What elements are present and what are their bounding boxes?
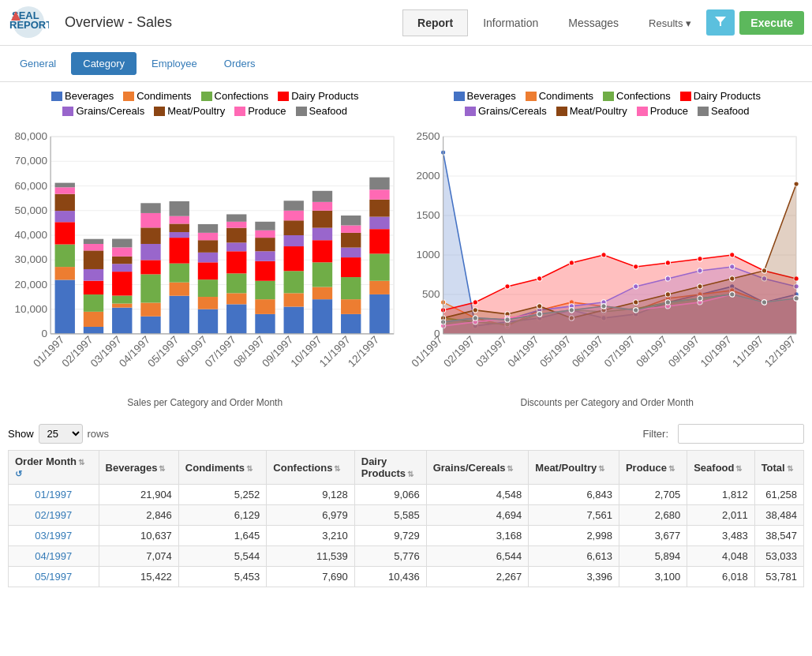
- svg-text:06/1997: 06/1997: [569, 334, 604, 369]
- filter-icon: [714, 15, 727, 28]
- svg-point-214: [665, 292, 670, 297]
- svg-rect-61: [170, 283, 189, 296]
- svg-rect-103: [284, 201, 304, 210]
- svg-rect-65: [170, 223, 189, 232]
- col-confections[interactable]: Confections⇅: [267, 451, 354, 485]
- col-condiments[interactable]: Condiments⇅: [178, 451, 266, 485]
- svg-point-218: [793, 182, 798, 186]
- col-beverages[interactable]: Beverages⇅: [99, 451, 178, 485]
- tab-messages[interactable]: Messages: [553, 9, 634, 36]
- svg-rect-91: [255, 251, 275, 261]
- svg-text:1000: 1000: [416, 249, 440, 261]
- subtab-general[interactable]: General: [8, 52, 68, 75]
- svg-point-188: [601, 253, 605, 257]
- svg-rect-46: [112, 264, 132, 272]
- line-chart-legend: Beverages Condiments Confections Dairy P…: [410, 90, 805, 117]
- table-row: 02/1997 2,846 6,129 6,979 5,585 4,694 7,…: [9, 505, 804, 526]
- svg-point-216: [729, 276, 734, 281]
- col-grains[interactable]: Grains/Cereals⇅: [426, 451, 529, 485]
- bar-chart-svg: 010,00020,00030,00040,00050,00060,00070,…: [8, 122, 402, 390]
- svg-text:01/1997: 01/1997: [410, 334, 445, 369]
- cell-month: 05/1997: [9, 567, 99, 587]
- rows-per-page-select[interactable]: 25 50 100: [39, 424, 83, 444]
- cell-bev: 7,074: [99, 546, 178, 567]
- svg-rect-58: [140, 203, 160, 213]
- svg-point-189: [633, 264, 638, 269]
- line-chart-container: Beverages Condiments Confections Dairy P…: [410, 90, 805, 408]
- subtab-category[interactable]: Category: [71, 52, 137, 75]
- filter-input[interactable]: [678, 424, 804, 444]
- svg-rect-99: [284, 246, 304, 271]
- cell-meat: 2,998: [529, 526, 619, 546]
- table-row: 03/1997 10,637 1,645 3,210 9,729 3,168 2…: [9, 526, 804, 546]
- tab-report[interactable]: Report: [402, 9, 468, 36]
- table-row: 04/1997 7,074 5,544 11,539 5,776 6,544 6…: [9, 546, 804, 567]
- col-total[interactable]: Total⇅: [754, 451, 803, 485]
- svg-rect-74: [198, 240, 218, 253]
- col-seafood[interactable]: Seafood⇅: [687, 451, 754, 485]
- bar-chart-container: Beverages Condiments Confections Dairy P…: [8, 90, 402, 408]
- col-produce[interactable]: Produce⇅: [619, 451, 687, 485]
- cell-produce: 2,680: [619, 505, 687, 526]
- filter-button[interactable]: [706, 9, 735, 36]
- cell-month: 03/1997: [9, 526, 99, 546]
- svg-rect-112: [312, 191, 332, 202]
- cell-con: 5,453: [178, 567, 266, 587]
- svg-text:80,000: 80,000: [15, 130, 47, 142]
- svg-rect-117: [341, 257, 361, 277]
- col-order-month[interactable]: Order Month⇅ ↺: [9, 451, 99, 485]
- svg-rect-79: [226, 293, 246, 304]
- svg-rect-81: [226, 251, 246, 273]
- legend-color-seafood: [296, 107, 307, 116]
- svg-rect-115: [341, 299, 361, 314]
- svg-text:20,000: 20,000: [15, 279, 47, 291]
- cell-total: 53,781: [754, 567, 803, 587]
- legend-color-meat: [154, 107, 165, 116]
- cell-bev: 21,904: [99, 485, 178, 505]
- rows-label: rows: [88, 428, 109, 440]
- svg-text:09/1997: 09/1997: [666, 334, 702, 369]
- execute-button[interactable]: Execute: [739, 11, 804, 35]
- svg-rect-72: [198, 262, 218, 279]
- svg-rect-80: [226, 273, 246, 293]
- svg-rect-45: [112, 272, 132, 295]
- svg-rect-89: [255, 281, 275, 299]
- cell-con: 5,252: [178, 485, 266, 505]
- svg-rect-116: [341, 277, 361, 299]
- svg-point-239: [697, 296, 702, 301]
- svg-rect-24: [55, 279, 75, 333]
- cell-total: 53,033: [754, 546, 803, 567]
- svg-rect-83: [226, 228, 246, 243]
- svg-rect-25: [55, 267, 75, 279]
- show-label: Show: [8, 428, 34, 440]
- svg-text:05/1997: 05/1997: [145, 334, 181, 369]
- cell-dairy: 5,585: [354, 505, 426, 526]
- subtab-orders[interactable]: Orders: [212, 52, 268, 75]
- svg-point-210: [537, 304, 541, 309]
- cell-dairy: 9,729: [354, 526, 426, 546]
- seal-report-logo: SEAL REPORT: [8, 5, 49, 40]
- cell-total: 38,547: [754, 526, 803, 546]
- svg-rect-127: [369, 217, 389, 230]
- tab-results[interactable]: Results ▾: [634, 9, 706, 36]
- svg-rect-37: [84, 269, 103, 281]
- col-dairy[interactable]: DairyProducts⇅: [354, 451, 426, 485]
- svg-text:08/1997: 08/1997: [634, 334, 669, 369]
- col-meat[interactable]: Meat/Poultry⇅: [529, 451, 619, 485]
- svg-rect-27: [55, 222, 75, 244]
- charts-area: Beverages Condiments Confections Dairy P…: [0, 82, 812, 416]
- svg-rect-62: [170, 264, 189, 283]
- legend-color-dairy: [278, 92, 289, 101]
- svg-rect-93: [255, 231, 275, 238]
- svg-text:07/1997: 07/1997: [601, 334, 637, 369]
- tab-information[interactable]: Information: [468, 9, 553, 36]
- cell-seafood: 2,011: [687, 505, 754, 526]
- bar-chart-title: Sales per Category and Order Month: [8, 397, 402, 408]
- line-chart-title: Discounts per Category and Order Month: [410, 397, 805, 408]
- cell-bev: 15,422: [99, 567, 178, 587]
- svg-rect-64: [170, 232, 189, 238]
- svg-point-184: [473, 300, 477, 305]
- subtab-employee[interactable]: Employee: [140, 52, 209, 75]
- svg-rect-87: [255, 314, 275, 334]
- svg-rect-33: [84, 327, 103, 334]
